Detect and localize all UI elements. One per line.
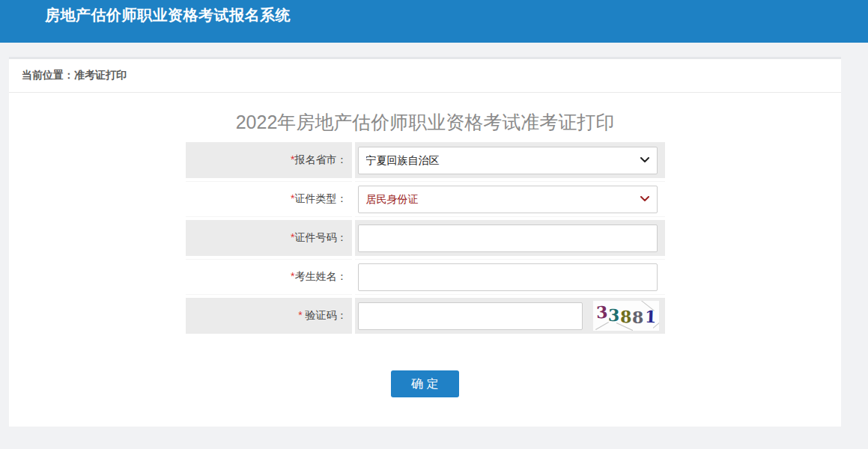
captcha-image[interactable]: 3 3 8 8 1 — [593, 301, 659, 331]
form-row-id-type: *证件类型： 居民身份证 — [186, 181, 665, 217]
field-label: 考生姓名： — [295, 270, 347, 282]
captcha-digit: 3 — [595, 304, 607, 321]
form-row-province: *报名省市： 宁夏回族自治区 — [186, 142, 665, 178]
field-label: 验证码： — [303, 309, 347, 321]
label-cell: *证件号码： — [186, 220, 352, 256]
app-title: 房地产估价师职业资格考试报名系统 — [45, 5, 868, 25]
captcha-digit: 1 — [645, 308, 657, 326]
main-panel: 当前位置：准考证打印 2022年房地产估价师职业资格考试准考证打印 *报名省市：… — [9, 57, 841, 427]
input-cell — [355, 220, 665, 256]
candidate-name-input[interactable] — [358, 263, 658, 291]
label-cell: *报名省市： — [186, 142, 352, 178]
breadcrumb-text: 当前位置：准考证打印 — [22, 69, 127, 82]
captcha-digit: 8 — [620, 308, 632, 325]
form-row-id-number: *证件号码： — [186, 220, 665, 256]
captcha-digit: 8 — [632, 309, 643, 326]
field-label: 证件号码： — [295, 231, 347, 243]
form-row-captcha: * 验证码： 3 3 8 8 1 — [186, 298, 665, 334]
page: 房地产估价师职业资格考试报名系统 当前位置：准考证打印 2022年房地产估价师职… — [0, 0, 868, 449]
admission-ticket-print-form: *报名省市： 宁夏回族自治区 *证件类型： — [183, 139, 668, 337]
page-title: 2022年房地产估价师职业资格考试准考证打印 — [9, 110, 841, 135]
submit-button[interactable]: 确 定 — [391, 370, 459, 397]
captcha-input[interactable] — [358, 302, 583, 330]
province-select[interactable]: 宁夏回族自治区 — [358, 147, 658, 174]
submit-row: 确 定 — [9, 370, 841, 397]
input-cell: 3 3 8 8 1 — [355, 298, 665, 334]
captcha-digit: 3 — [608, 307, 620, 324]
captcha-noise-line — [595, 322, 609, 330]
label-cell: *考生姓名： — [186, 259, 352, 295]
id-type-select[interactable]: 居民身份证 — [358, 186, 658, 213]
label-cell: *证件类型： — [186, 181, 352, 217]
input-cell — [355, 259, 665, 295]
id-number-input[interactable] — [358, 224, 658, 252]
input-cell: 居民身份证 — [355, 181, 665, 217]
field-label: 报名省市： — [295, 153, 347, 165]
label-cell: * 验证码： — [186, 298, 352, 334]
app-header: 房地产估价师职业资格考试报名系统 — [0, 0, 868, 43]
field-label: 证件类型： — [295, 192, 347, 204]
form-row-candidate-name: *考生姓名： — [186, 259, 665, 295]
input-cell: 宁夏回族自治区 — [355, 142, 665, 178]
breadcrumb: 当前位置：准考证打印 — [9, 59, 841, 93]
